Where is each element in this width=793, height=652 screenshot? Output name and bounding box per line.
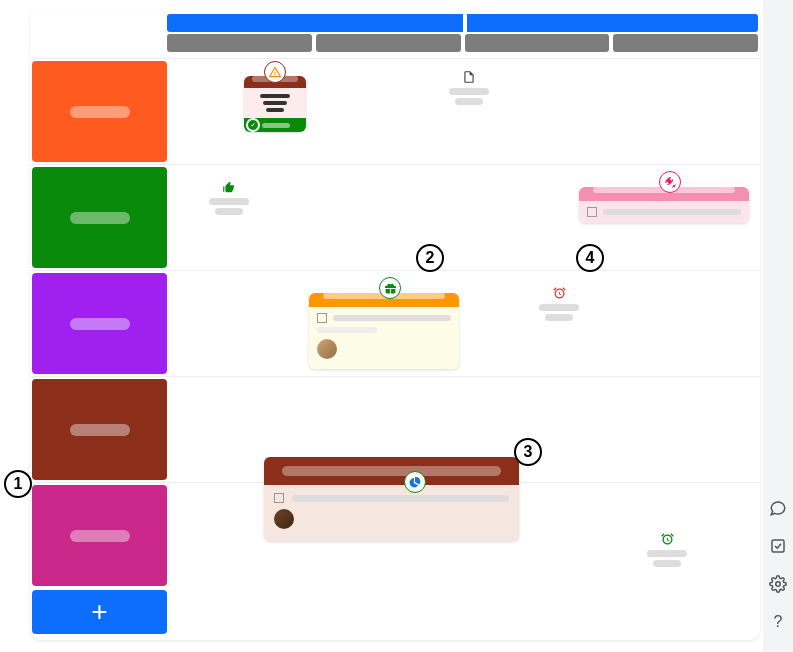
card-body: [244, 88, 306, 118]
approve-icon[interactable]: [768, 536, 788, 556]
board-header: [30, 10, 760, 58]
column-header[interactable]: [613, 34, 758, 52]
alarm-icon: [659, 531, 675, 547]
plus-icon: +: [91, 598, 107, 626]
mini-item-alarm[interactable]: [539, 285, 579, 321]
row-body: [169, 483, 760, 588]
header-spacer: [30, 10, 165, 58]
header-cells: [167, 34, 758, 52]
help-icon[interactable]: ?: [768, 612, 788, 632]
row-title-placeholder: [70, 318, 130, 330]
card-body: [264, 485, 519, 541]
callout-1: 1: [4, 470, 32, 498]
card-footer: [244, 118, 306, 132]
row-label[interactable]: [32, 61, 167, 162]
thumbs-up-icon: [221, 179, 237, 195]
row-label[interactable]: [32, 167, 167, 268]
column-header[interactable]: [465, 34, 610, 52]
add-row: +: [30, 588, 760, 636]
card-header: [264, 457, 519, 485]
row-body: [169, 59, 760, 164]
file-icon: [461, 69, 477, 85]
piechart-icon: [404, 471, 426, 493]
column-header[interactable]: [316, 34, 461, 52]
callout-3: 3: [514, 438, 542, 466]
rocket-icon: [659, 171, 681, 193]
column-header[interactable]: [167, 34, 312, 52]
row-label[interactable]: [32, 273, 167, 374]
gift-icon: [379, 277, 401, 299]
mini-item-file[interactable]: [449, 69, 489, 105]
row-title-placeholder: [70, 424, 130, 436]
svg-point-1: [776, 582, 781, 587]
row-title-placeholder: [70, 212, 130, 224]
board-row: [30, 482, 760, 588]
row-label[interactable]: [32, 485, 167, 586]
row-label[interactable]: [32, 379, 167, 480]
avatar[interactable]: [274, 509, 294, 529]
header-columns: [165, 10, 760, 58]
row-title-placeholder: [70, 530, 130, 542]
avatar[interactable]: [317, 339, 337, 359]
header-top-bar: [167, 14, 758, 32]
add-row-button[interactable]: +: [32, 590, 167, 634]
mini-item-thumbs[interactable]: [209, 179, 249, 215]
row-title-placeholder: [70, 106, 130, 118]
callout-2: 2: [416, 244, 444, 272]
mini-item-alarm[interactable]: [647, 531, 687, 567]
card-body: [309, 307, 459, 369]
svg-rect-0: [772, 540, 784, 552]
checkbox-icon[interactable]: [317, 313, 327, 323]
checkbox-icon[interactable]: [587, 207, 597, 217]
card[interactable]: [264, 457, 519, 541]
checkbox-icon[interactable]: [274, 493, 284, 503]
row-body: [169, 165, 760, 270]
alarm-icon: [551, 285, 567, 301]
card[interactable]: [309, 289, 459, 369]
settings-icon[interactable]: [768, 574, 788, 594]
card-body: [579, 201, 749, 223]
kanban-board: +: [30, 10, 760, 640]
board-row: [30, 58, 760, 164]
side-panel: ?: [763, 0, 793, 652]
callout-4: 4: [576, 244, 604, 272]
board-row: [30, 270, 760, 376]
board-rows: [30, 58, 760, 588]
warning-icon: [264, 61, 286, 83]
chat-icon[interactable]: [768, 498, 788, 518]
row-body: [169, 271, 760, 376]
board-row: [30, 164, 760, 270]
